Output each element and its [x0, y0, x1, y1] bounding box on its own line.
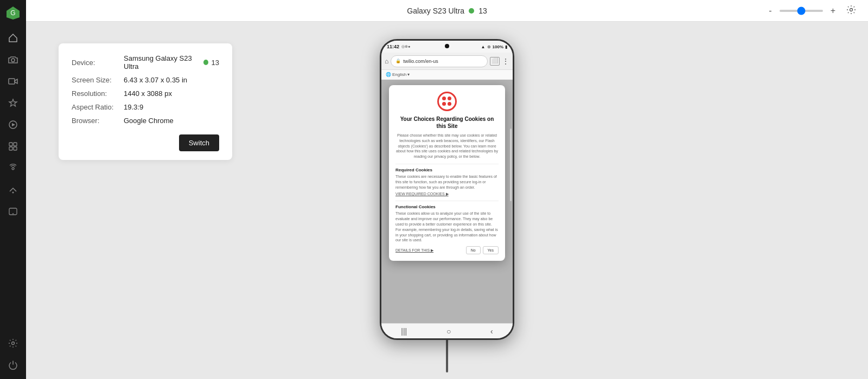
details-link[interactable]: DETAILS FOR THIS ▶ — [395, 248, 433, 253]
resolution-value: 1440 x 3088 px — [124, 89, 172, 98]
browser-bar: ⌂ 🔒 twilio.com/en-us ⬜ ⋮ — [381, 53, 513, 70]
device-label: Device: — [72, 59, 120, 67]
svg-point-2 — [11, 59, 15, 62]
functional-cookies-desc: These cookies allow us to analyze your u… — [395, 211, 499, 243]
header-settings-button[interactable] — [843, 4, 859, 18]
phone-screen[interactable]: 11:42 ◎⊕● ▲ ⊛ 100% ▮ ⌂ — [381, 41, 513, 338]
cookie-no-button[interactable]: No — [466, 246, 481, 254]
phone-body: 11:42 ◎⊕● ▲ ⊛ 100% ▮ ⌂ — [380, 39, 514, 340]
browser-value: Google Chrome — [124, 117, 174, 125]
device-title: Galaxy S23 Ultra — [407, 7, 464, 15]
language-text: English — [392, 72, 406, 77]
cookie-modal-actions: DETAILS FOR THIS ▶ No Yes — [395, 246, 499, 254]
header-title-area: Galaxy S23 Ultra 13 — [407, 7, 487, 15]
phone-nav-bar: ||| ○ ‹ — [381, 323, 513, 338]
svg-rect-5 — [9, 143, 12, 146]
device-row: Device: Samsung Galaxy S23 Ultra 13 — [72, 54, 219, 70]
dot-3 — [442, 102, 446, 106]
svg-point-9 — [12, 168, 14, 170]
sidebar: G — [0, 0, 26, 379]
divider-2 — [395, 201, 499, 201]
resolution-row: Resolution: 1440 x 3088 px — [72, 89, 219, 98]
nav-back-icon[interactable]: ‹ — [490, 327, 493, 336]
sidebar-item-broadcast[interactable] — [3, 158, 23, 178]
sidebar-item-power[interactable] — [3, 355, 23, 375]
cookie-logo-circle — [437, 92, 457, 111]
content-area: Device: Samsung Galaxy S23 Ultra 13 Scre… — [26, 22, 868, 379]
svg-point-13 — [12, 342, 15, 345]
camera-dot — [445, 44, 449, 48]
svg-point-14 — [850, 8, 853, 11]
language-dropdown-icon[interactable]: ▾ — [407, 72, 410, 77]
sidebar-item-grid[interactable] — [3, 137, 23, 156]
required-cookies-title: Required Cookies — [395, 168, 499, 172]
signal-icon: ▲ — [481, 44, 486, 49]
browser-home-button[interactable]: ⌂ — [385, 57, 388, 65]
more-icon[interactable]: ⋮ — [502, 57, 509, 66]
sidebar-item-settings[interactable] — [3, 333, 23, 353]
header-controls: - + — [765, 4, 859, 18]
aspect-label: Aspect Ratio: — [72, 103, 120, 111]
svg-rect-6 — [14, 143, 17, 146]
main-area: Galaxy S23 Ultra 13 - + Device: Samsung … — [26, 0, 868, 379]
sidebar-item-camera[interactable] — [3, 50, 23, 69]
app-logo[interactable]: G — [4, 4, 22, 22]
url-bar[interactable]: 🔒 twilio.com/en-us — [391, 55, 488, 67]
battery-count: 13 — [478, 7, 487, 15]
screen-size-row: Screen Size: 6.43 x 3.07 x 0.35 in — [72, 76, 219, 84]
sidebar-item-video[interactable] — [3, 72, 23, 91]
status-right: ▲ ⊛ 100% ▮ — [481, 44, 507, 49]
website-content: Your Choices Regarding Cookies on this S… — [381, 80, 513, 323]
wifi-icon: ⊛ — [487, 44, 491, 49]
required-cookies-desc: These cookies are necessary to enable th… — [395, 174, 499, 190]
phone-scrollbar[interactable] — [510, 129, 512, 202]
status-time: 11:42 — [387, 44, 399, 49]
switch-button[interactable]: Switch — [179, 134, 219, 151]
device-value: Samsung Galaxy S23 Ultra — [124, 54, 200, 70]
zoom-out-button[interactable]: - — [765, 5, 775, 17]
browser-actions: ⬜ ⋮ — [490, 57, 509, 66]
status-icons: ◎⊕● — [401, 44, 410, 49]
device-battery: 13 — [212, 59, 219, 67]
svg-text:G: G — [10, 9, 15, 17]
cookie-modal-desc: Please choose whether this site may use … — [395, 133, 499, 159]
sidebar-item-home[interactable] — [3, 28, 23, 48]
cookie-logo-inner — [442, 97, 452, 106]
cookie-yes-button[interactable]: Yes — [483, 246, 499, 254]
svg-rect-7 — [9, 147, 12, 150]
status-left: 11:42 ◎⊕● — [387, 44, 410, 49]
dot-1 — [442, 97, 446, 100]
screen-value: 6.43 x 3.07 x 0.35 in — [124, 76, 187, 84]
required-cookies-link[interactable]: VIEW REQUIRED COOKIES ▶ — [395, 192, 499, 196]
cookie-logo — [395, 92, 499, 111]
device-status-dot — [203, 60, 208, 65]
battery-bar: ▮ — [505, 44, 507, 49]
dot-4 — [448, 102, 451, 106]
url-text: twilio.com/en-us — [403, 59, 438, 64]
secure-icon: 🔒 — [395, 59, 401, 63]
browser-label: Browser: — [72, 117, 120, 125]
browser-row: Browser: Google Chrome — [72, 117, 219, 125]
device-info-card: Device: Samsung Galaxy S23 Ultra 13 Scre… — [59, 43, 232, 160]
battery-percent: 100% — [493, 44, 503, 49]
sidebar-item-play[interactable] — [3, 115, 23, 134]
globe-icon: 🌐 — [386, 72, 391, 77]
dot-2 — [448, 97, 451, 100]
sidebar-item-tablet[interactable] — [3, 202, 23, 221]
tab-icon[interactable]: ⬜ — [490, 57, 500, 66]
screen-label: Screen Size: — [72, 76, 120, 84]
nav-menu-icon[interactable]: ||| — [401, 327, 407, 336]
aspect-value: 19.3:9 — [124, 103, 143, 111]
zoom-in-button[interactable]: + — [827, 5, 839, 17]
zoom-slider[interactable] — [780, 10, 823, 12]
divider-1 — [395, 164, 499, 164]
sidebar-item-star[interactable] — [3, 93, 23, 113]
cookie-modal-title: Your Choices Regarding Cookies on this S… — [395, 115, 499, 130]
functional-cookies-title: Functional Cookies — [395, 204, 499, 209]
phone-cable — [446, 340, 448, 372]
nav-home-icon[interactable]: ○ — [446, 327, 451, 336]
sidebar-item-signal[interactable] — [3, 180, 23, 200]
cookie-modal: Your Choices Regarding Cookies on this S… — [389, 85, 505, 261]
status-bar: 11:42 ◎⊕● ▲ ⊛ 100% ▮ — [381, 41, 513, 53]
language-bar: 🌐 English ▾ — [381, 70, 513, 80]
